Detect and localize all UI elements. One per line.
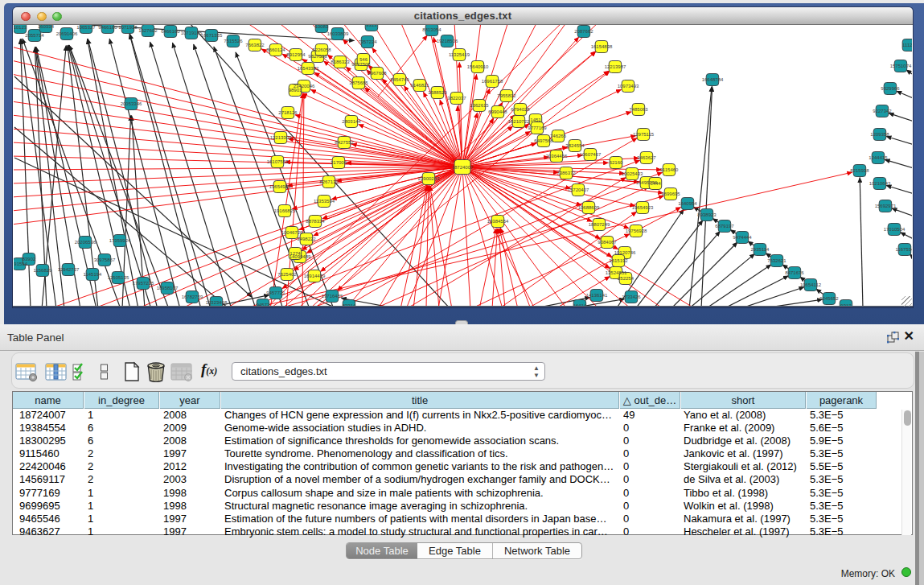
svg-text:10688609: 10688609 bbox=[578, 205, 600, 210]
svg-text:20206536: 20206536 bbox=[75, 240, 97, 245]
svg-text:2967608: 2967608 bbox=[368, 71, 387, 76]
svg-text:9327505: 9327505 bbox=[351, 62, 371, 67]
svg-text:10958107: 10958107 bbox=[157, 286, 179, 290]
svg-text:9245652: 9245652 bbox=[819, 296, 839, 301]
svg-text:19218506: 19218506 bbox=[437, 39, 458, 43]
svg-text:9084067: 9084067 bbox=[598, 240, 617, 245]
svg-text:11124: 11124 bbox=[902, 43, 912, 47]
svg-text:9313: 9313 bbox=[366, 25, 377, 27]
svg-text:252254: 252254 bbox=[618, 276, 634, 281]
svg-text:1527602: 1527602 bbox=[138, 28, 158, 33]
svg-text:3822037: 3822037 bbox=[447, 96, 466, 101]
svg-text:16210722: 16210722 bbox=[508, 119, 530, 124]
svg-text:8427552: 8427552 bbox=[335, 140, 354, 145]
svg-text:8471676: 8471676 bbox=[785, 270, 804, 275]
svg-text:7625402: 7625402 bbox=[277, 272, 297, 277]
svg-text:8912954: 8912954 bbox=[286, 52, 306, 57]
svg-text:7663822: 7663822 bbox=[245, 43, 265, 47]
svg-text:1615192: 1615192 bbox=[609, 258, 628, 263]
svg-text:30975867: 30975867 bbox=[94, 257, 116, 262]
svg-text:9317: 9317 bbox=[840, 303, 852, 306]
svg-text:19654925: 19654925 bbox=[269, 184, 291, 189]
svg-text:16107553: 16107553 bbox=[267, 159, 289, 164]
svg-text:1244415: 1244415 bbox=[869, 155, 888, 160]
svg-text:1588520: 1588520 bbox=[428, 90, 447, 95]
svg-text:8938923: 8938923 bbox=[697, 212, 717, 217]
svg-text:10046726: 10046726 bbox=[281, 230, 303, 235]
svg-text:217004: 217004 bbox=[331, 160, 347, 165]
svg-text:13524851: 13524851 bbox=[606, 270, 627, 275]
svg-text:11325419: 11325419 bbox=[449, 52, 470, 57]
svg-text:94572: 94572 bbox=[257, 303, 270, 306]
svg-text:9474444: 9474444 bbox=[733, 235, 752, 240]
svg-text:8186323: 8186323 bbox=[331, 60, 350, 64]
svg-text:19166825: 19166825 bbox=[274, 208, 296, 213]
svg-text:98901: 98901 bbox=[289, 88, 302, 93]
svg-text:11353594: 11353594 bbox=[314, 199, 335, 204]
svg-text:9699695: 9699695 bbox=[661, 192, 680, 196]
svg-text:6444: 6444 bbox=[650, 181, 661, 186]
svg-text:3498222: 3498222 bbox=[297, 237, 316, 241]
svg-text:9115460: 9115460 bbox=[660, 167, 680, 172]
svg-text:1733426: 1733426 bbox=[622, 295, 641, 299]
svg-text:19716485: 19716485 bbox=[322, 294, 343, 299]
svg-text:391594: 391594 bbox=[14, 262, 28, 266]
svg-text:160334: 160334 bbox=[38, 25, 55, 29]
svg-text:15640910: 15640910 bbox=[467, 64, 489, 69]
svg-text:9227342: 9227342 bbox=[873, 109, 892, 113]
svg-text:83902: 83902 bbox=[23, 257, 36, 262]
svg-text:8215938: 8215938 bbox=[850, 168, 869, 173]
svg-text:20364456: 20364456 bbox=[546, 154, 568, 159]
svg-text:9146821: 9146821 bbox=[410, 83, 429, 88]
svg-text:20691406: 20691406 bbox=[56, 31, 78, 36]
svg-text:10123: 10123 bbox=[14, 25, 27, 30]
svg-text:10120746: 10120746 bbox=[614, 250, 636, 255]
svg-text:23900243: 23900243 bbox=[418, 176, 440, 181]
svg-text:9463627: 9463627 bbox=[637, 155, 656, 160]
svg-text:3824554: 3824554 bbox=[565, 143, 585, 148]
svg-text:2803144: 2803144 bbox=[342, 119, 361, 124]
svg-text:6879197: 6879197 bbox=[715, 224, 734, 229]
svg-text:19654923: 19654923 bbox=[632, 205, 654, 210]
svg-text:16033809: 16033809 bbox=[327, 31, 349, 36]
svg-text:10607467: 10607467 bbox=[580, 152, 602, 157]
svg-text:1274: 1274 bbox=[290, 251, 301, 256]
svg-text:6990448: 6990448 bbox=[488, 109, 507, 114]
svg-text:12213309: 12213309 bbox=[270, 135, 292, 140]
svg-text:8878334: 8878334 bbox=[306, 219, 325, 224]
svg-text:9329966: 9329966 bbox=[881, 86, 900, 91]
svg-text:5226058: 5226058 bbox=[312, 47, 331, 52]
svg-text:12942737: 12942737 bbox=[58, 267, 80, 272]
svg-text:15720407: 15720407 bbox=[568, 187, 589, 192]
svg-text:12975115: 12975115 bbox=[633, 132, 655, 137]
svg-text:9777169: 9777169 bbox=[528, 126, 547, 130]
svg-text:12505135: 12505135 bbox=[108, 275, 129, 280]
svg-text:10025433: 10025433 bbox=[622, 171, 643, 176]
svg-text:1209358: 1209358 bbox=[870, 132, 889, 137]
svg-text:2055714: 2055714 bbox=[25, 33, 44, 38]
svg-text:6794028: 6794028 bbox=[511, 107, 530, 112]
svg-text:12323468: 12323468 bbox=[206, 300, 228, 305]
svg-text:17359924: 17359924 bbox=[109, 238, 131, 243]
svg-text:18807249: 18807249 bbox=[589, 222, 610, 227]
svg-text:8660124: 8660124 bbox=[266, 47, 285, 52]
svg-text:1145194: 1145194 bbox=[84, 272, 103, 277]
svg-text:10973493: 10973493 bbox=[618, 84, 639, 89]
svg-text:1156829: 1156829 bbox=[34, 268, 53, 273]
svg-text:16671355: 16671355 bbox=[201, 33, 223, 38]
svg-text:7632621: 7632621 bbox=[767, 258, 786, 263]
svg-text:2935114: 2935114 bbox=[751, 247, 770, 252]
svg-text:19756928: 19756928 bbox=[626, 229, 647, 233]
svg-text:17010504: 17010504 bbox=[884, 227, 906, 232]
svg-text:15692971: 15692971 bbox=[875, 204, 897, 208]
svg-text:16414: 16414 bbox=[573, 303, 587, 306]
svg-text:9827503: 9827503 bbox=[308, 54, 327, 59]
svg-text:7386372: 7386372 bbox=[556, 171, 576, 175]
svg-text:1071918: 1071918 bbox=[118, 25, 138, 30]
svg-text:83314: 83314 bbox=[343, 303, 356, 306]
svg-text:8454749: 8454749 bbox=[390, 77, 409, 82]
svg-text:2718126: 2718126 bbox=[278, 110, 298, 115]
svg-text:16914479: 16914479 bbox=[304, 274, 326, 278]
svg-text:10083: 10083 bbox=[315, 25, 329, 29]
svg-text:9457721: 9457721 bbox=[266, 290, 285, 295]
